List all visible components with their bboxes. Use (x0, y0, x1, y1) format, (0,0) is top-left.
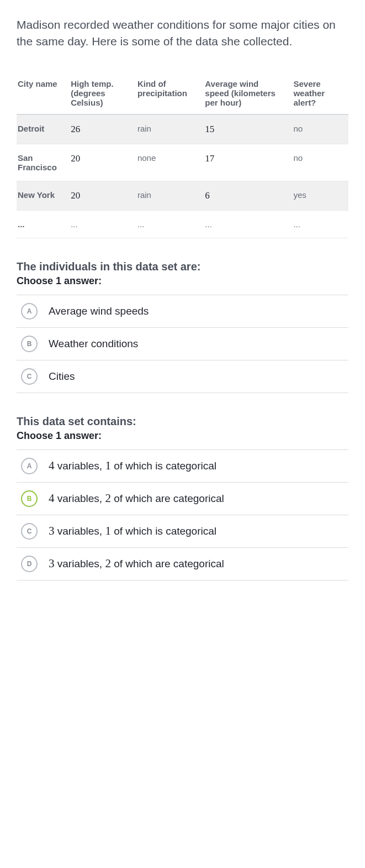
cell-precip: rain (136, 114, 204, 144)
cell-city: Detroit (17, 114, 70, 144)
cell-temp: 20 (70, 144, 136, 181)
choice-b[interactable]: B 4 variables, 2 of which are categorica… (17, 483, 348, 515)
cell-temp: 20 (70, 181, 136, 210)
question-prompt: This data set contains: (17, 415, 348, 430)
table-row: Detroit 26 rain 15 no (17, 114, 348, 144)
cell-wind: 15 (204, 114, 292, 144)
question-prompt: The individuals in this data set are: (17, 260, 348, 275)
choice-d[interactable]: D 3 variables, 2 of which are categorica… (17, 548, 348, 581)
col-header: City name (17, 72, 70, 114)
radio-icon: C (21, 368, 38, 385)
choice-label: Weather conditions (49, 338, 138, 350)
question-2: This data set contains: Choose 1 answer:… (17, 415, 348, 581)
choice-label: Average wind speeds (49, 305, 149, 317)
choice-list: A Average wind speeds B Weather conditio… (17, 295, 348, 393)
question-instruction: Choose 1 answer: (17, 430, 348, 442)
cell-wind: 17 (204, 144, 292, 181)
choice-a[interactable]: A 4 variables, 1 of which is categorical (17, 450, 348, 483)
cell-alert: no (292, 114, 348, 144)
cell-temp: 26 (70, 114, 136, 144)
cell-temp: ... (70, 210, 136, 238)
choice-label: 3 variables, 2 of which are categorical (49, 557, 224, 571)
question-instruction: Choose 1 answer: (17, 275, 348, 287)
cell-city: ... (17, 210, 70, 238)
choice-label: 3 variables, 1 of which is categorical (49, 524, 216, 538)
cell-alert: yes (292, 181, 348, 210)
choice-label: Cities (49, 370, 75, 383)
choice-c[interactable]: C Cities (17, 360, 348, 393)
col-header: High temp. (degrees Celsius) (70, 72, 136, 114)
choice-list: A 4 variables, 1 of which is categorical… (17, 449, 348, 581)
table-row: San Francisco 20 none 17 no (17, 144, 348, 181)
intro-text: Madison recorded weather conditions for … (17, 17, 348, 50)
cell-alert: no (292, 144, 348, 181)
cell-precip: rain (136, 181, 204, 210)
cell-city: New York (17, 181, 70, 210)
cell-city: San Francisco (17, 144, 70, 181)
radio-icon: A (21, 458, 38, 474)
choice-a[interactable]: A Average wind speeds (17, 295, 348, 328)
col-header: Severe weather alert? (292, 72, 348, 114)
choice-b[interactable]: B Weather conditions (17, 328, 348, 360)
choice-c[interactable]: C 3 variables, 1 of which is categorical (17, 515, 348, 548)
cell-alert: ... (292, 210, 348, 238)
cell-precip: none (136, 144, 204, 181)
radio-icon: C (21, 523, 38, 540)
cell-precip: ... (136, 210, 204, 238)
cell-wind: ... (204, 210, 292, 238)
table-row: New York 20 rain 6 yes (17, 181, 348, 210)
radio-icon: B (21, 336, 38, 352)
table-row: ... ... ... ... ... (17, 210, 348, 238)
radio-icon: B (21, 490, 38, 507)
choice-label: 4 variables, 1 of which is categorical (49, 459, 216, 473)
choice-label: 4 variables, 2 of which are categorical (49, 491, 224, 505)
radio-icon: D (21, 556, 38, 572)
col-header: Average wind speed (kilometers per hour) (204, 72, 292, 114)
radio-icon: A (21, 303, 38, 320)
question-1: The individuals in this data set are: Ch… (17, 260, 348, 393)
col-header: Kind of precipitation (136, 72, 204, 114)
data-table: City name High temp. (degrees Celsius) K… (17, 72, 348, 238)
cell-wind: 6 (204, 181, 292, 210)
